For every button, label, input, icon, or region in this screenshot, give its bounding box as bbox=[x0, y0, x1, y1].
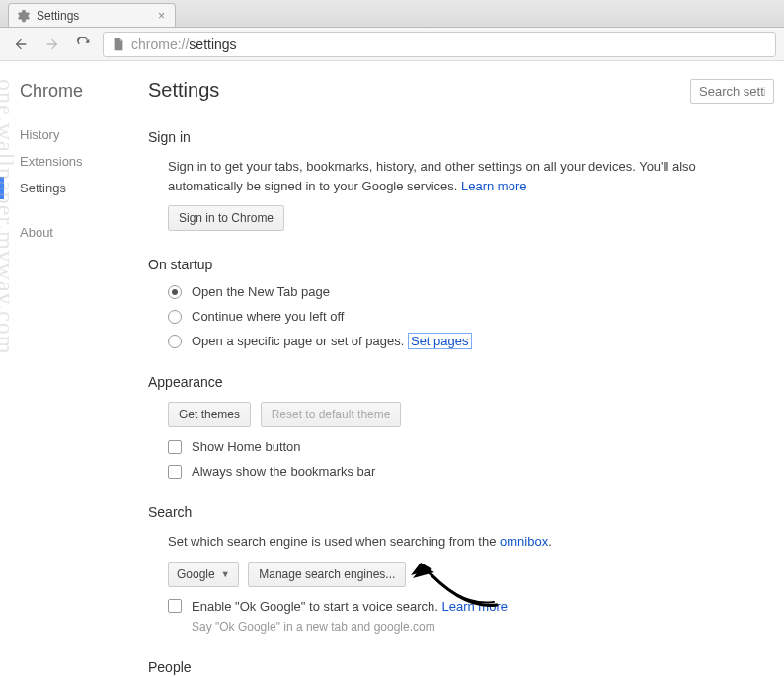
search-description: Set which search engine is used when sea… bbox=[168, 532, 774, 552]
browser-toolbar: chrome://settings bbox=[0, 28, 784, 61]
omnibox-link[interactable]: omnibox bbox=[500, 534, 548, 549]
sidebar-title: Chrome bbox=[20, 81, 148, 102]
manage-search-engines-button[interactable]: Manage search engines... bbox=[248, 562, 406, 587]
show-home-checkbox[interactable]: Show Home button bbox=[168, 439, 774, 454]
ok-google-note: Say "Ok Google" in a new tab and google.… bbox=[168, 620, 774, 634]
sidebar: Chrome History Extensions Settings About bbox=[0, 61, 148, 677]
sidebar-item-about[interactable]: About bbox=[20, 219, 148, 246]
checkbox-icon bbox=[168, 599, 182, 613]
ok-google-learn-more-link[interactable]: Learn more bbox=[441, 599, 507, 614]
section-people: People bbox=[148, 659, 774, 675]
startup-option-specific[interactable]: Open a specific page or set of pages. Se… bbox=[168, 334, 774, 348]
url-path: settings bbox=[189, 37, 236, 52]
address-bar[interactable]: chrome://settings bbox=[103, 32, 776, 57]
reload-button[interactable] bbox=[71, 32, 97, 57]
sidebar-item-extensions[interactable]: Extensions bbox=[20, 148, 148, 175]
startup-option-continue[interactable]: Continue where you left off bbox=[168, 309, 774, 324]
forward-button[interactable] bbox=[39, 32, 65, 57]
section-appearance: Appearance Get themes Reset to default t… bbox=[148, 374, 774, 479]
close-icon[interactable]: × bbox=[156, 9, 167, 23]
search-title: Search bbox=[148, 504, 774, 520]
back-button[interactable] bbox=[8, 32, 34, 57]
people-title: People bbox=[148, 659, 774, 675]
radio-icon bbox=[168, 310, 182, 324]
main-content: Settings Sign in Sign in to get your tab… bbox=[148, 61, 784, 677]
url-scheme: chrome:// bbox=[131, 37, 189, 52]
reset-theme-button: Reset to default theme bbox=[261, 402, 402, 427]
search-settings-input[interactable] bbox=[690, 79, 774, 104]
radio-icon bbox=[168, 285, 182, 299]
browser-tab[interactable]: Settings × bbox=[8, 3, 176, 27]
section-signin: Sign in Sign in to get your tabs, bookma… bbox=[148, 129, 774, 231]
ok-google-checkbox[interactable]: Enable "Ok Google" to start a voice sear… bbox=[168, 599, 774, 614]
signin-title: Sign in bbox=[148, 129, 774, 145]
section-search: Search Set which search engine is used w… bbox=[148, 504, 774, 634]
show-bookmarks-checkbox[interactable]: Always show the bookmarks bar bbox=[168, 464, 774, 479]
search-engine-dropdown[interactable]: Google ▼ bbox=[168, 562, 239, 587]
section-startup: On startup Open the New Tab page Continu… bbox=[148, 257, 774, 348]
tab-title: Settings bbox=[37, 9, 156, 23]
appearance-title: Appearance bbox=[148, 374, 774, 390]
startup-title: On startup bbox=[148, 257, 774, 272]
signin-description: Sign in to get your tabs, bookmarks, his… bbox=[168, 157, 774, 195]
signin-learn-more-link[interactable]: Learn more bbox=[461, 179, 526, 193]
chevron-down-icon: ▼ bbox=[221, 569, 230, 579]
checkbox-icon bbox=[168, 440, 182, 454]
startup-option-newtab[interactable]: Open the New Tab page bbox=[168, 284, 774, 299]
browser-tab-bar: Settings × bbox=[0, 0, 784, 28]
page-title: Settings bbox=[148, 79, 219, 102]
sidebar-item-history[interactable]: History bbox=[20, 121, 148, 148]
page-icon bbox=[112, 38, 125, 51]
gear-icon bbox=[17, 9, 31, 23]
get-themes-button[interactable]: Get themes bbox=[168, 402, 251, 427]
set-pages-link[interactable]: Set pages bbox=[408, 333, 472, 349]
signin-button[interactable]: Sign in to Chrome bbox=[168, 205, 284, 231]
checkbox-icon bbox=[168, 465, 182, 479]
sidebar-item-settings[interactable]: Settings bbox=[20, 175, 148, 201]
radio-icon bbox=[168, 335, 182, 348]
